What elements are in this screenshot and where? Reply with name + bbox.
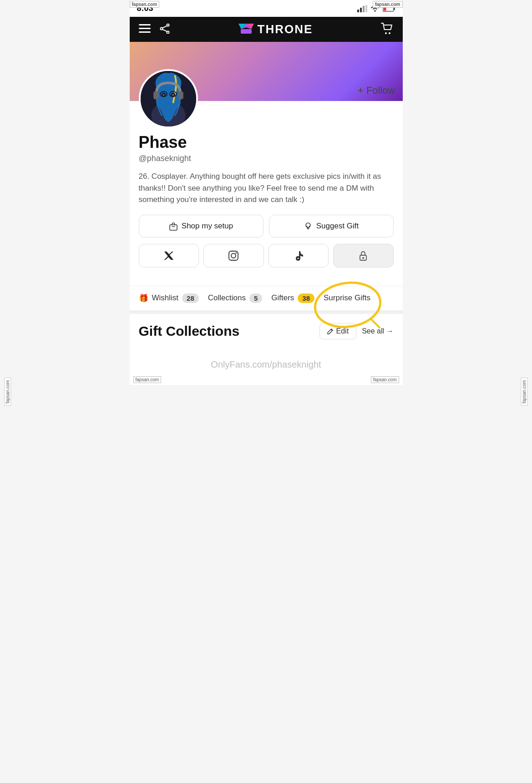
follow-button-container: + Follow [358, 85, 395, 96]
follow-button[interactable]: + Follow [358, 85, 395, 96]
svg-rect-33 [170, 225, 177, 230]
gifters-count: 38 [298, 293, 314, 303]
share-button[interactable] [159, 24, 171, 35]
lock-icon [359, 251, 367, 261]
svg-point-27 [162, 94, 164, 96]
cart-button[interactable] [381, 23, 394, 36]
gift-collections-header: Gift Collections Edit See all → [139, 323, 394, 339]
brand-name: THRONE [258, 22, 313, 36]
profile-handle: @phaseknight [139, 154, 394, 163]
svg-point-34 [306, 223, 310, 227]
svg-rect-8 [139, 28, 151, 29]
surprise-gifts-label: Surprise Gifts [324, 293, 370, 302]
tiktok-icon [294, 251, 303, 261]
svg-point-28 [172, 94, 174, 96]
watermark-top-left: fapsan.com [130, 1, 160, 8]
avatar-container [139, 69, 198, 128]
svg-point-20 [389, 32, 390, 34]
lock-button[interactable] [333, 244, 394, 268]
svg-rect-1 [360, 8, 362, 12]
instagram-icon [228, 251, 238, 261]
tab-gifters[interactable]: Gifters 38 [271, 293, 314, 303]
nav-logo: THRONE [238, 22, 313, 36]
bottom-watermark-left: fapsan.com [133, 376, 162, 383]
tabs-row: 🎁 Wishlist 28 Collections 5 Gifters 38 S… [139, 293, 394, 303]
gift-collections-actions: Edit See all → [319, 323, 394, 339]
wishlist-icon: 🎁 [139, 293, 148, 303]
svg-rect-7 [139, 24, 151, 25]
svg-point-19 [385, 32, 387, 34]
edit-label: Edit [336, 327, 349, 335]
svg-rect-18 [241, 29, 252, 34]
collections-count: 5 [249, 293, 262, 303]
lightbulb-icon [304, 222, 313, 231]
action-buttons: Shop my setup Suggest Gift [139, 215, 394, 237]
profile-banner: + Follow [130, 42, 403, 101]
wishlist-count: 28 [182, 293, 199, 303]
see-all-button[interactable]: See all → [362, 327, 393, 335]
shop-bag-icon [169, 222, 178, 231]
svg-point-12 [160, 28, 162, 30]
edit-button[interactable]: Edit [319, 323, 357, 339]
nav-left [139, 24, 171, 35]
profile-name: Phase [139, 133, 394, 152]
menu-button[interactable] [139, 24, 151, 35]
bottom-watermarks: fapsan.com fapsan.com [130, 374, 403, 385]
svg-point-10 [167, 24, 169, 26]
svg-rect-2 [363, 6, 365, 12]
nav-bar: THRONE [130, 17, 403, 42]
signal-icon [357, 5, 367, 12]
svg-point-11 [167, 31, 169, 34]
gifters-label: Gifters [271, 293, 294, 303]
gift-collections-title: Gift Collections [139, 323, 240, 339]
gift-collections-section: Gift Collections Edit See all → [130, 310, 403, 355]
svg-rect-3 [365, 5, 367, 12]
svg-line-14 [162, 30, 167, 32]
instagram-button[interactable] [203, 244, 264, 268]
suggest-gift-label: Suggest Gift [316, 222, 359, 231]
svg-rect-0 [357, 10, 359, 12]
suggest-gift-button[interactable]: Suggest Gift [269, 215, 394, 237]
tab-surprise-gifts[interactable]: Surprise Gifts [324, 293, 370, 303]
wishlist-label: Wishlist [152, 293, 179, 303]
svg-rect-9 [139, 31, 151, 33]
throne-crown-icon [238, 23, 254, 36]
tiktok-button[interactable] [269, 244, 329, 268]
tab-collections[interactable]: Collections 5 [208, 293, 263, 303]
svg-rect-30 [178, 91, 183, 99]
profile-info: Phase @phaseknight 26. Cosplayer. Anythi… [130, 101, 403, 286]
avatar [139, 69, 198, 128]
svg-point-39 [362, 257, 364, 259]
svg-line-13 [162, 26, 167, 28]
tabs-section: 🎁 Wishlist 28 Collections 5 Gifters 38 S… [130, 286, 403, 310]
status-bar: fapsan.com 8:03 fapsan.com [130, 0, 403, 17]
profile-bio: 26. Cosplayer. Anything bought off here … [139, 171, 394, 206]
svg-point-37 [236, 252, 237, 253]
twitter-icon [164, 251, 174, 260]
onlyfans-overlay: OnlyFans.com/phaseknight [130, 355, 403, 374]
watermark-top-right: fapsan.com [373, 1, 403, 8]
collections-label: Collections [208, 293, 246, 303]
svg-point-36 [231, 253, 236, 258]
shop-setup-button[interactable]: Shop my setup [139, 215, 263, 237]
tab-wishlist[interactable]: 🎁 Wishlist 28 [139, 293, 199, 303]
edit-icon [327, 328, 334, 334]
bottom-watermark-right: fapsan.com [371, 376, 399, 383]
shop-setup-label: Shop my setup [182, 222, 233, 231]
svg-rect-29 [153, 91, 158, 99]
social-buttons [139, 244, 394, 268]
twitter-button[interactable] [139, 244, 199, 268]
